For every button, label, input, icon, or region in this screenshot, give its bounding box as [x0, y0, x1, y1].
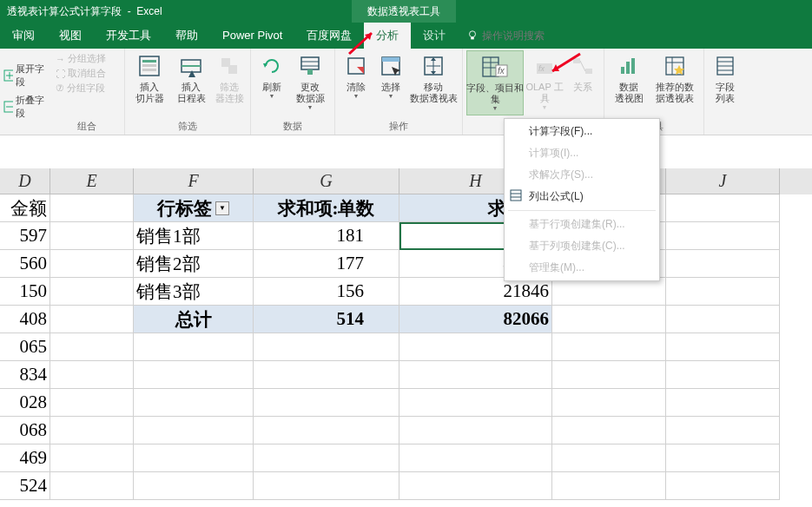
cell[interactable]: [134, 389, 254, 417]
cell[interactable]: 065: [0, 333, 50, 361]
cell[interactable]: [134, 333, 254, 361]
refresh-button[interactable]: 刷新 ▼: [254, 50, 289, 102]
select-button[interactable]: 选择 ▼: [373, 50, 408, 102]
tab-review[interactable]: 审阅: [0, 23, 47, 49]
insert-slicer-button[interactable]: 插入 切片器: [129, 50, 170, 106]
tell-me-search[interactable]: [482, 30, 586, 42]
cell[interactable]: [50, 389, 134, 417]
cell[interactable]: 408: [0, 306, 50, 333]
pivot-chart-button[interactable]: 数据 透视图: [608, 50, 650, 106]
cell[interactable]: [50, 306, 134, 333]
cell[interactable]: 068: [0, 417, 50, 444]
cell[interactable]: [254, 417, 399, 444]
cell[interactable]: [552, 278, 666, 306]
cell[interactable]: [50, 444, 134, 472]
insert-timeline-button[interactable]: 插入 日程表: [170, 50, 212, 106]
col-header-F[interactable]: F: [134, 168, 254, 194]
cell[interactable]: [50, 194, 134, 222]
tab-power-pivot[interactable]: Power Pivot: [210, 23, 294, 49]
expand-field-button[interactable]: 展开字段: [3, 63, 45, 89]
cell[interactable]: [134, 361, 254, 389]
cell[interactable]: [50, 278, 134, 306]
cell[interactable]: [666, 444, 780, 472]
tab-design[interactable]: 设计: [411, 23, 458, 49]
cell[interactable]: 514: [254, 306, 399, 333]
cell[interactable]: [666, 194, 780, 222]
cell[interactable]: 156: [254, 278, 399, 306]
col-header-G[interactable]: G: [254, 168, 399, 194]
cell[interactable]: 524: [0, 472, 50, 500]
cell[interactable]: [399, 417, 552, 444]
cell[interactable]: [666, 333, 780, 361]
cell[interactable]: [50, 333, 134, 361]
cell[interactable]: 028: [0, 389, 50, 417]
cell[interactable]: 834: [0, 361, 50, 389]
cell[interactable]: 销售2部: [134, 250, 254, 278]
cell[interactable]: [254, 444, 399, 472]
cell[interactable]: [552, 389, 666, 417]
pivot-grand-total-label[interactable]: 总计: [134, 306, 254, 333]
cell[interactable]: [552, 361, 666, 389]
cell[interactable]: [552, 417, 666, 444]
cell[interactable]: 597: [0, 222, 50, 250]
collapse-field-button[interactable]: 折叠字段: [3, 94, 45, 120]
cell[interactable]: [552, 306, 666, 333]
worksheet-grid[interactable]: D E F G H I J 金额 行标签 ▼ 求和项:单数 求和项: 597 销…: [0, 168, 812, 500]
cell[interactable]: [666, 472, 780, 500]
tab-view[interactable]: 视图: [47, 23, 94, 49]
cell[interactable]: [50, 472, 134, 500]
recommended-pivot-button[interactable]: 推荐的数 据透视表: [650, 50, 700, 106]
cell[interactable]: [399, 389, 552, 417]
cell[interactable]: [254, 333, 399, 361]
tab-help[interactable]: 帮助: [163, 23, 210, 49]
cell[interactable]: [399, 361, 552, 389]
cell[interactable]: [666, 389, 780, 417]
pivot-row-labels-header[interactable]: 行标签 ▼: [134, 194, 254, 222]
col-header-J[interactable]: J: [666, 168, 780, 194]
fields-items-sets-button[interactable]: fx 字段、项目和 集 ▼: [466, 50, 524, 115]
cell[interactable]: [552, 444, 666, 472]
cell[interactable]: [552, 472, 666, 500]
filter-dropdown-button[interactable]: ▼: [215, 201, 229, 215]
tab-developer[interactable]: 开发工具: [94, 23, 163, 49]
cell[interactable]: [254, 389, 399, 417]
cell[interactable]: [552, 333, 666, 361]
cell[interactable]: 21846: [399, 278, 552, 306]
cell[interactable]: 181: [254, 222, 399, 250]
cell[interactable]: [666, 222, 780, 250]
pivot-col-header[interactable]: 求和项:单数: [254, 194, 399, 222]
cell[interactable]: 177: [254, 250, 399, 278]
col-header-E[interactable]: E: [50, 168, 134, 194]
cell[interactable]: 销售1部: [134, 222, 254, 250]
cell[interactable]: [134, 444, 254, 472]
cell[interactable]: 销售3部: [134, 278, 254, 306]
move-pivot-button[interactable]: 移动 数据透视表: [408, 50, 459, 106]
change-data-source-button[interactable]: 更改 数据源 ▼: [289, 50, 331, 114]
cell[interactable]: [666, 250, 780, 278]
cell[interactable]: 金额: [0, 194, 50, 222]
cell[interactable]: [666, 417, 780, 444]
cell[interactable]: [666, 306, 780, 333]
cell[interactable]: [134, 417, 254, 444]
field-list-button[interactable]: 字段 列表: [708, 50, 743, 106]
cell[interactable]: [254, 361, 399, 389]
cell[interactable]: [134, 472, 254, 500]
cell[interactable]: 469: [0, 444, 50, 472]
col-header-D[interactable]: D: [0, 168, 50, 194]
cell[interactable]: [50, 417, 134, 444]
cell[interactable]: [399, 333, 552, 361]
cell[interactable]: [666, 361, 780, 389]
clear-button[interactable]: 清除 ▼: [339, 50, 373, 102]
cell[interactable]: [50, 361, 134, 389]
cell[interactable]: [399, 472, 552, 500]
menu-calculated-field[interactable]: 计算字段(F)...: [505, 121, 659, 142]
cell[interactable]: [666, 278, 780, 306]
cell[interactable]: [399, 444, 552, 472]
cell[interactable]: [50, 250, 134, 278]
menu-list-formulas[interactable]: 列出公式(L): [505, 186, 659, 207]
cell[interactable]: [254, 472, 399, 500]
cell[interactable]: 560: [0, 250, 50, 278]
cell[interactable]: 150: [0, 278, 50, 306]
cell[interactable]: 82066: [399, 306, 552, 333]
cell[interactable]: [50, 222, 134, 250]
